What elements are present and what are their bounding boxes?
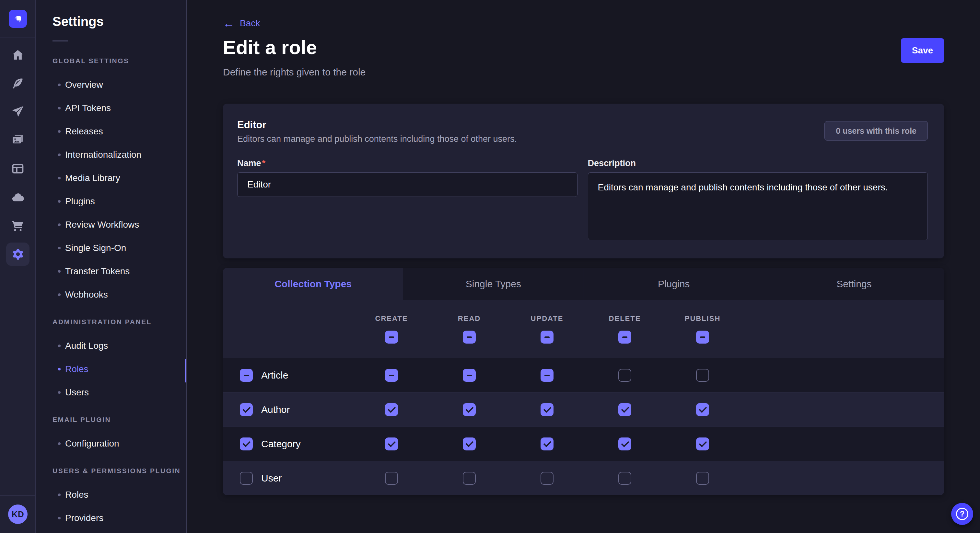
create-all-checkbox[interactable] (385, 331, 398, 344)
cart-icon[interactable] (0, 211, 35, 240)
cloud-icon[interactable] (0, 183, 35, 212)
main-nav-rail: KD (0, 0, 36, 533)
settings-subnav: Settings GLOBAL SETTINGS Overview API To… (36, 0, 187, 533)
subnav-item-up-roles[interactable]: Roles (36, 483, 186, 506)
author-read-checkbox[interactable] (463, 403, 476, 416)
subnav-item-internationalization[interactable]: Internationalization (36, 143, 186, 167)
subnav-item-review-workflows[interactable]: Review Workflows (36, 213, 186, 236)
tab-single-types[interactable]: Single Types (403, 268, 583, 300)
user-avatar[interactable]: KD (8, 504, 27, 524)
name-label: Name* (237, 159, 266, 168)
layout-card-icon[interactable] (0, 154, 35, 183)
read-all-checkbox[interactable] (463, 331, 476, 344)
author-label-cell: Author (223, 403, 353, 416)
tab-settings[interactable]: Settings (764, 268, 944, 300)
column-read: READ (430, 314, 508, 344)
category-row-checkbox[interactable] (240, 438, 253, 451)
user-create-checkbox[interactable] (385, 472, 398, 485)
subnav-item-releases[interactable]: Releases (36, 120, 186, 143)
author-update-checkbox[interactable] (541, 403, 554, 416)
column-update: UPDATE (508, 314, 586, 344)
user-publish-checkbox[interactable] (696, 472, 709, 485)
active-item-indicator (185, 359, 186, 382)
subnav-item-single-sign-on[interactable]: Single Sign-On (36, 236, 186, 260)
role-fields: Name* Description Editors can manage and… (237, 159, 928, 241)
tab-plugins[interactable]: Plugins (584, 268, 764, 300)
user-row-checkbox[interactable] (240, 472, 253, 485)
article-publish-checkbox[interactable] (696, 369, 709, 382)
users-permissions-list: Roles Providers (36, 483, 186, 530)
content-type-builder-plane-icon[interactable] (0, 97, 35, 126)
subnav-item-webhooks[interactable]: Webhooks (36, 283, 186, 306)
category-read-checkbox[interactable] (463, 438, 476, 451)
users-with-role-badge[interactable]: 0 users with this role (824, 121, 928, 141)
category-label-cell: Category (223, 438, 353, 451)
category-publish-checkbox[interactable] (696, 438, 709, 451)
tab-collection-types[interactable]: Collection Types (223, 268, 403, 300)
required-asterisk: * (262, 159, 266, 168)
subnav-item-media-library[interactable]: Media Library (36, 167, 186, 190)
user-update-checkbox[interactable] (541, 472, 554, 485)
content-manager-feather-icon[interactable] (0, 69, 35, 98)
column-publish: PUBLISH (664, 314, 741, 344)
strapi-logo-icon[interactable] (9, 10, 27, 28)
page-subtitle: Define the rights given to the role (223, 67, 944, 78)
media-library-icon[interactable] (0, 125, 35, 154)
subnav-item-plugins[interactable]: Plugins (36, 190, 186, 213)
subnav-item-roles-active[interactable]: Roles (36, 357, 186, 381)
email-plugin-list: Configuration (36, 432, 186, 455)
main-content: ← Back Edit a role Save Define the right… (187, 0, 980, 533)
user-read-checkbox[interactable] (463, 472, 476, 485)
article-create-checkbox[interactable] (385, 369, 398, 382)
home-icon[interactable] (0, 41, 35, 69)
category-create-checkbox[interactable] (385, 438, 398, 451)
article-label-cell: Article (223, 369, 353, 382)
subnav-item-users[interactable]: Users (36, 381, 186, 404)
table-row-article: Article (223, 358, 944, 392)
role-details-card: Editor Editors can manage and publish co… (223, 104, 944, 259)
author-publish-checkbox[interactable] (696, 403, 709, 416)
category-update-checkbox[interactable] (541, 438, 554, 451)
author-row-checkbox[interactable] (240, 403, 253, 416)
subnav-item-up-providers[interactable]: Providers (36, 506, 186, 530)
description-textarea[interactable]: Editors can manage and publish contents … (588, 172, 928, 240)
author-delete-checkbox[interactable] (618, 403, 631, 416)
publish-column-label: PUBLISH (685, 314, 721, 323)
publish-all-checkbox[interactable] (696, 331, 709, 344)
section-users-permissions-plugin: USERS & PERMISSIONS PLUGIN (52, 467, 186, 475)
article-read-checkbox[interactable] (463, 369, 476, 382)
administration-panel-list: Audit Logs Roles Users (36, 334, 186, 404)
subnav-item-api-tokens[interactable]: API Tokens (36, 97, 186, 120)
delete-all-checkbox[interactable] (618, 331, 631, 344)
question-mark-icon: ? (956, 508, 968, 520)
subnav-title-rule (52, 40, 68, 41)
article-row-checkbox[interactable] (240, 369, 253, 382)
category-delete-checkbox[interactable] (618, 438, 631, 451)
subnav-item-overview[interactable]: Overview (36, 73, 186, 97)
user-row-label: User (261, 473, 282, 484)
permissions-header-row: CREATE READ UPDATE DELETE PUBLISH (223, 300, 944, 358)
subnav-item-configuration[interactable]: Configuration (36, 432, 186, 455)
column-delete: DELETE (586, 314, 664, 344)
user-label-cell: User (223, 472, 353, 485)
update-all-checkbox[interactable] (541, 331, 554, 344)
back-label: Back (240, 18, 260, 29)
rail-divider (0, 38, 36, 38)
section-administration-panel: ADMINISTRATION PANEL (52, 318, 186, 326)
save-button[interactable]: Save (901, 38, 944, 63)
subnav-item-audit-logs[interactable]: Audit Logs (36, 334, 186, 357)
rail-bottom-divider (0, 495, 36, 496)
article-update-checkbox[interactable] (541, 369, 554, 382)
name-input[interactable] (237, 172, 578, 197)
settings-gear-icon[interactable] (0, 240, 35, 268)
subnav-item-transfer-tokens[interactable]: Transfer Tokens (36, 260, 186, 283)
table-row-category: Category (223, 427, 944, 461)
back-link[interactable]: ← Back (223, 18, 260, 29)
author-create-checkbox[interactable] (385, 403, 398, 416)
article-delete-checkbox[interactable] (618, 369, 631, 382)
help-button[interactable]: ? (951, 503, 973, 525)
settings-active-tile (6, 243, 30, 266)
name-field-group: Name* (237, 159, 578, 241)
user-delete-checkbox[interactable] (618, 472, 631, 485)
description-field-group: Description Editors can manage and publi… (588, 159, 928, 241)
